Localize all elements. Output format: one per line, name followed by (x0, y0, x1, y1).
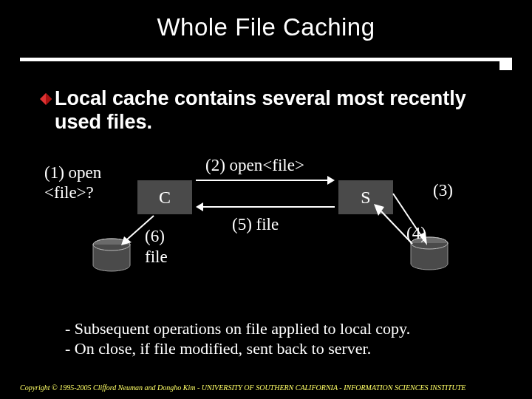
diamond-bullet-icon (40, 93, 52, 105)
label-1-open-file: (1) open <file>? (44, 163, 103, 202)
title-rule (20, 58, 512, 64)
rule-bar (20, 58, 512, 61)
svg-marker-1 (46, 93, 52, 105)
footer-copyright: Copyright © 1995-2005 Clifford Neuman an… (20, 383, 466, 392)
svg-marker-3 (327, 176, 335, 185)
note-line-1: - Subsequent operations on file applied … (65, 319, 495, 339)
bullet-text: Local cache contains several most recent… (55, 87, 502, 134)
rule-tick (499, 61, 512, 70)
arrow-open-request (196, 174, 335, 186)
label-5-file: (5) file (232, 214, 279, 234)
notes: - Subsequent operations on file applied … (65, 319, 495, 359)
slide: Whole File Caching Local cache contains … (0, 0, 532, 399)
page-title: Whole File Caching (0, 0, 532, 41)
diagram: (1) open <file>? C S (2) open<file> (5) … (44, 158, 488, 306)
label-2-open: (2) open<file> (205, 155, 304, 175)
note-line-2: - On close, if file modified, sent back … (65, 339, 495, 359)
bullet-row: Local cache contains several most recent… (40, 87, 502, 134)
label-3: (3) (433, 180, 453, 200)
label-4: (4) (406, 223, 426, 243)
svg-marker-15 (374, 204, 384, 216)
svg-marker-5 (196, 202, 203, 211)
label-6: (6) (145, 226, 165, 246)
content-area: Local cache contains several most recent… (40, 87, 502, 134)
box-client: C (137, 180, 192, 214)
label-file-local: file (145, 247, 168, 267)
arrow-file-return (196, 201, 335, 213)
